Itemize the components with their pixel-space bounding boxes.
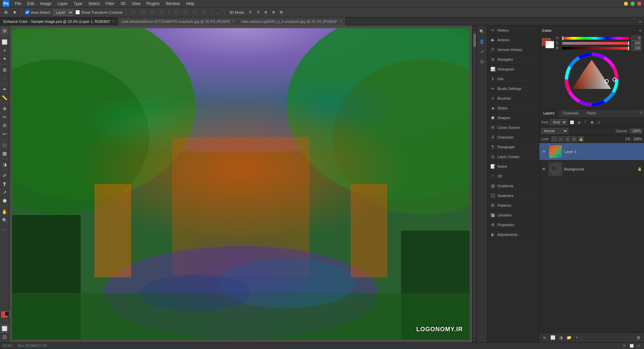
move-tool-btn[interactable]: ✣ <box>1 27 9 35</box>
tab-paths[interactable]: Paths <box>583 109 601 117</box>
hue-slider-track[interactable] <box>562 37 629 40</box>
hand-btn[interactable]: ✋ <box>1 208 9 216</box>
tab-nate-close[interactable]: × <box>340 19 342 23</box>
panel-brushes[interactable]: ≡ Brushes <box>487 94 539 103</box>
layer-mask-btn[interactable]: ⬜ <box>549 334 556 341</box>
bright-slider-track[interactable] <box>562 47 629 50</box>
panel-shapes[interactable]: ⬟ Shapes <box>487 113 539 123</box>
layer-fx-btn[interactable]: fx <box>541 334 548 341</box>
align-left-btn[interactable]: ⬛ <box>130 9 137 15</box>
menu-view[interactable]: View <box>129 1 143 7</box>
distribute-space-btn[interactable]: ⬛ <box>201 9 208 15</box>
background-color[interactable] <box>5 311 9 316</box>
tab-nadi[interactable]: nadi-whatisdelirium-3VTZIoIMFP0-unsplash… <box>118 17 237 26</box>
kind-filter-select[interactable]: Kind <box>550 119 567 125</box>
roll-3d-btn[interactable]: ↺ <box>255 9 261 15</box>
gradient-btn[interactable]: ▦ <box>1 149 9 157</box>
panel-version-history[interactable]: ⏱ Version History <box>487 45 539 55</box>
scroll-up-arrow[interactable]: ▲ <box>473 26 476 30</box>
sat-slider-track[interactable] <box>562 42 629 45</box>
scroll-track[interactable] <box>473 30 476 338</box>
color-panel-menu[interactable]: ≡ <box>639 28 641 33</box>
filter-shape-icon[interactable]: ⬟ <box>589 119 595 125</box>
history-brush-btn[interactable]: ↩ <box>1 130 9 138</box>
slide-3d-btn[interactable]: ⊗ <box>271 9 276 15</box>
panel-gradients[interactable]: ▤ Gradients <box>487 181 539 191</box>
panel-icon-settings[interactable]: ⊡ <box>477 57 487 66</box>
path-select-btn[interactable]: ↗ <box>1 188 9 196</box>
align-center-btn[interactable]: ⬛ <box>139 9 147 15</box>
3d-mode-btn[interactable]: 3D Mode <box>228 10 246 15</box>
tab-enhance-color-close[interactable]: × <box>112 19 114 23</box>
distribute-btn[interactable]: ⬛ <box>172 9 180 15</box>
crop-btn[interactable]: ⊞ <box>1 66 9 74</box>
maximize-button[interactable] <box>631 2 635 6</box>
layers-panel-menu[interactable]: ≡ <box>638 109 644 117</box>
clone-stamp-btn[interactable]: ✇ <box>1 121 9 130</box>
quick-mask-btn[interactable]: ⬜ <box>1 325 9 333</box>
tab-channels[interactable]: Channels <box>559 109 583 117</box>
drag-3d-btn[interactable]: ⊕ <box>263 9 269 15</box>
menu-filter[interactable]: Filter <box>103 1 117 7</box>
rotate-3d-btn[interactable]: ↻ <box>248 9 253 15</box>
panel-notes[interactable]: 📝 Notes <box>487 162 539 171</box>
lock-all-btn[interactable]: 🔒 <box>578 136 584 142</box>
spot-heal-btn[interactable]: ✜ <box>1 105 9 113</box>
auto-select-select[interactable]: Layer Group <box>53 9 73 16</box>
tab-enhance-color[interactable]: Enhance Color - Sample Image.psd @ 23.3%… <box>0 17 118 26</box>
panel-libraries[interactable]: 📚 Libraries <box>487 210 539 220</box>
panel-patterns[interactable]: ⊞ Patterns <box>487 201 539 210</box>
auto-select-checkbox[interactable]: Auto-Select: <box>25 10 51 14</box>
scale-3d-btn[interactable]: ⊞ <box>278 9 284 15</box>
align-right-btn[interactable]: ⬛ <box>149 9 156 15</box>
menu-plugins[interactable]: Plugins <box>144 1 162 7</box>
close-button[interactable] <box>637 2 641 6</box>
align-top-btn[interactable]: ⬛ <box>158 9 165 15</box>
minimize-button[interactable] <box>624 2 628 6</box>
layer-group-btn[interactable]: 📁 <box>566 334 572 341</box>
panel-swatches[interactable]: ⬛ Swatches <box>487 191 539 201</box>
layer-item-background[interactable]: 👁 Background 🔒 <box>539 160 644 178</box>
panel-clone-source[interactable]: ✇ Clone Source <box>487 123 539 133</box>
filter-adjust-icon[interactable]: ◑ <box>576 119 581 125</box>
canvas-image[interactable]: LOGONOMY.IR <box>12 28 470 340</box>
menu-type[interactable]: Type <box>71 1 85 7</box>
scroll-down-arrow[interactable]: ▼ <box>473 338 476 342</box>
panel-3d[interactable]: ³ 3D <box>487 171 539 181</box>
tab-nadi-close[interactable]: × <box>232 19 234 23</box>
filter-type-icon[interactable]: T <box>583 119 588 125</box>
menu-image[interactable]: Image <box>38 1 54 7</box>
ruler-btn[interactable]: 📏 <box>1 94 9 102</box>
distribute-h-btn[interactable]: ⬛ <box>191 9 199 15</box>
menu-edit[interactable]: Edit <box>24 1 37 7</box>
panel-icon-share[interactable]: ↗ <box>477 47 487 56</box>
panel-history[interactable]: ↩ History <box>487 26 539 35</box>
distribute-v-btn[interactable]: ⬛ <box>182 9 189 15</box>
bright-input[interactable] <box>631 46 641 51</box>
menu-layer[interactable]: Layer <box>55 1 70 7</box>
sat-input[interactable] <box>631 41 641 46</box>
status-icon-2[interactable]: ⬜ <box>630 344 634 348</box>
background-visibility-eye[interactable]: 👁 <box>541 166 547 172</box>
menu-window[interactable]: Window <box>163 1 183 7</box>
slice-btn[interactable]: ⟋ <box>1 74 9 82</box>
marquee-btn[interactable]: ⬜ <box>1 38 9 46</box>
eraser-btn[interactable]: ◻ <box>1 141 9 149</box>
layer-adjustment-btn[interactable]: ◑ <box>557 334 564 341</box>
panel-properties[interactable]: ⚙ Properties <box>487 220 539 230</box>
tab-nate[interactable]: nate-watson-cgD5Sh_rj_k-unsplash.jpg @ 2… <box>238 17 345 26</box>
status-icon-3[interactable]: ⊡ <box>637 344 640 348</box>
opacity-input[interactable] <box>630 129 642 134</box>
zoom-btn[interactable]: 🔍 <box>1 216 9 224</box>
eyedropper-btn[interactable]: ✒ <box>1 85 9 93</box>
panel-styles[interactable]: ◈ Styles <box>487 103 539 113</box>
panel-adjustments[interactable]: ◐ Adjustments <box>487 230 539 240</box>
layer1-visibility-eye[interactable]: 👁 <box>541 149 547 154</box>
panel-brush-settings[interactable]: ✏ Brush Settings <box>487 84 539 94</box>
tabs-collapse-btn[interactable]: » <box>636 19 644 24</box>
menu-file[interactable]: File <box>12 1 24 7</box>
menu-select[interactable]: Select <box>86 1 102 7</box>
tab-layers[interactable]: Layers <box>539 109 559 117</box>
layer-item-layer1[interactable]: 👁 Layer 1 <box>539 143 644 160</box>
scroll-thumb[interactable] <box>473 34 476 47</box>
